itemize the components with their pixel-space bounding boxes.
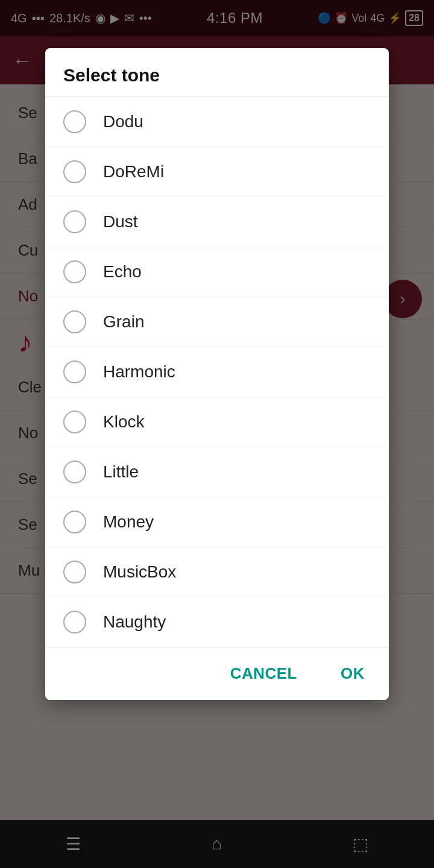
radio-money[interactable] <box>63 511 86 533</box>
cancel-button[interactable]: CANCEL <box>221 658 307 689</box>
radio-little[interactable] <box>63 461 86 483</box>
tone-item-dodu[interactable]: Dodu <box>45 97 389 147</box>
radio-naughty[interactable] <box>63 611 86 634</box>
tone-label-dodu: Dodu <box>103 112 143 131</box>
tone-label-doremi: DoReMi <box>103 162 164 181</box>
tone-item-echo[interactable]: Echo <box>45 247 389 297</box>
tone-item-doremi[interactable]: DoReMi <box>45 147 389 197</box>
radio-doremi[interactable] <box>63 160 86 183</box>
tone-label-grain: Grain <box>103 312 144 332</box>
tone-item-harmonic[interactable]: Harmonic <box>45 347 389 397</box>
tone-label-musicbox: MusicBox <box>103 562 176 582</box>
radio-echo[interactable] <box>63 260 86 283</box>
radio-harmonic[interactable] <box>63 360 86 383</box>
tone-label-harmonic: Harmonic <box>103 362 175 382</box>
tone-label-naughty: Naughty <box>103 612 166 632</box>
select-tone-dialog: Select tone Dodu DoReMi Dust Echo Grain <box>45 48 389 700</box>
tone-label-little: Little <box>103 462 139 482</box>
tone-label-money: Money <box>103 512 154 532</box>
tone-label-klock: Klock <box>103 412 144 432</box>
tone-item-musicbox[interactable]: MusicBox <box>45 547 389 597</box>
tone-list[interactable]: Dodu DoReMi Dust Echo Grain Harmonic <box>45 97 389 647</box>
tone-item-naughty[interactable]: Naughty <box>45 597 389 647</box>
tone-item-grain[interactable]: Grain <box>45 297 389 347</box>
tone-label-dust: Dust <box>103 212 138 231</box>
radio-musicbox[interactable] <box>63 561 86 583</box>
radio-dodu[interactable] <box>63 110 86 133</box>
radio-grain[interactable] <box>63 310 86 333</box>
tone-item-little[interactable]: Little <box>45 447 389 497</box>
radio-klock[interactable] <box>63 410 86 433</box>
dialog-title: Select tone <box>45 48 389 97</box>
dialog-actions: CANCEL OK <box>45 647 389 700</box>
radio-dust[interactable] <box>63 210 86 233</box>
tone-item-dust[interactable]: Dust <box>45 197 389 247</box>
tone-item-klock[interactable]: Klock <box>45 397 389 447</box>
tone-item-money[interactable]: Money <box>45 497 389 547</box>
tone-label-echo: Echo <box>103 262 142 281</box>
ok-button[interactable]: OK <box>331 658 374 689</box>
